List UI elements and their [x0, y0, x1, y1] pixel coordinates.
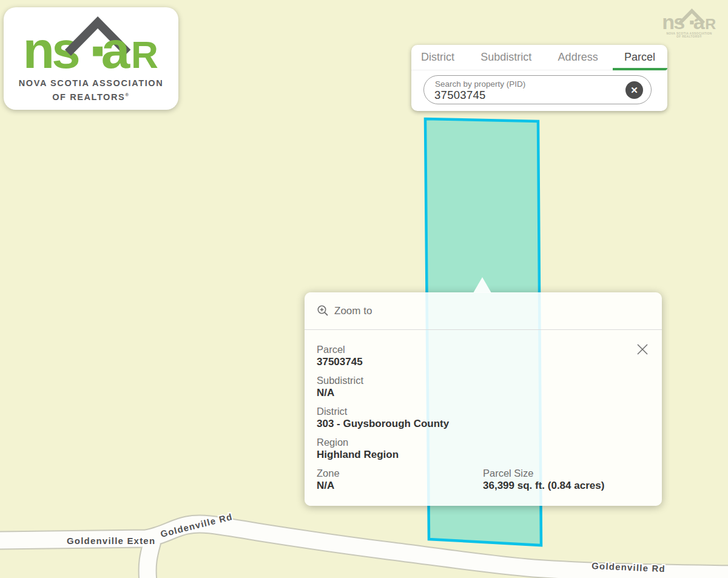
popup-header: Zoom to	[305, 292, 662, 330]
clear-search-button[interactable]: ✕	[625, 81, 643, 99]
watermark-text-r: R	[705, 16, 716, 32]
popup-callout-tail	[473, 277, 491, 293]
field-label: Region	[317, 437, 650, 448]
field-label: Subdistrict	[317, 375, 650, 386]
tagline-line2: OF REALTORS®	[4, 89, 178, 103]
field-value: 303 - Guysborough County	[317, 417, 650, 430]
field-parcel-size: Parcel Size 36,399 sq. ft. (0.84 acres)	[483, 468, 604, 492]
popup-close-button[interactable]	[635, 342, 650, 357]
field-label: District	[317, 406, 650, 417]
nsar-logo: ns a R	[15, 13, 167, 76]
tab-address[interactable]: Address	[558, 51, 598, 64]
search-widget: District Subdistrict Address Parcel Sear…	[411, 45, 667, 111]
nsar-watermark-logo: ns a R NOVA SCOTIA ASSOCIATION OF REALTO…	[659, 7, 720, 39]
field-value: N/A	[317, 386, 650, 399]
field-zone: Zone N/A	[317, 468, 483, 492]
field-region: Region Highland Region	[317, 437, 650, 461]
tab-subdistrict[interactable]: Subdistrict	[480, 51, 531, 64]
field-label: Parcel Size	[483, 468, 604, 479]
search-tabs: District Subdistrict Address Parcel	[411, 45, 667, 70]
search-input-placeholder: Search by property (PID)	[435, 79, 525, 89]
tab-parcel[interactable]: Parcel	[624, 51, 655, 64]
active-tab-underline	[613, 68, 667, 70]
field-label: Zone	[317, 468, 483, 479]
map-application: Goldenville Exten Goldenville Rd Goldenv…	[0, 0, 728, 578]
road-label-goldenville-exten: Goldenville Exten	[67, 536, 155, 546]
tagline-line1: NOVA SCOTIA ASSOCIATION	[4, 78, 178, 89]
field-value: 36,399 sq. ft. (0.84 acres)	[483, 479, 604, 492]
zoom-to-button[interactable]: Zoom to	[334, 305, 372, 317]
parcel-popup: Zoom to Parcel 37503745 Subdistrict N/A …	[305, 292, 662, 506]
field-parcel: Parcel 37503745	[317, 344, 650, 368]
logo-text-r: R	[131, 34, 158, 76]
zoom-in-icon	[317, 305, 329, 317]
field-subdistrict: Subdistrict N/A	[317, 375, 650, 399]
nsar-logo-card: ns a R NOVA SCOTIA ASSOCIATION OF REALTO…	[4, 7, 178, 110]
field-value: 37503745	[317, 355, 650, 368]
tab-district[interactable]: District	[421, 51, 454, 64]
logo-tagline: NOVA SCOTIA ASSOCIATION OF REALTORS®	[4, 78, 178, 103]
field-value: N/A	[317, 479, 483, 492]
field-district: District 303 - Guysborough County	[317, 406, 650, 430]
watermark-tagline2: OF REALTORS®	[676, 35, 702, 38]
field-row-zone-size: Zone N/A Parcel Size 36,399 sq. ft. (0.8…	[317, 468, 650, 499]
close-x-icon	[636, 343, 649, 356]
field-value: Highland Region	[317, 448, 650, 461]
search-input-value[interactable]: 37503745	[434, 89, 486, 102]
search-input[interactable]: Search by property (PID) 37503745 ✕	[423, 75, 652, 104]
logo-text-a: a	[101, 21, 131, 76]
popup-body: Parcel 37503745 Subdistrict N/A District…	[305, 330, 662, 499]
clear-x-icon: ✕	[630, 85, 638, 96]
watermark-tagline1: NOVA SCOTIA ASSOCIATION	[666, 32, 712, 35]
field-label: Parcel	[317, 344, 650, 355]
watermark-text-a: a	[693, 10, 706, 33]
